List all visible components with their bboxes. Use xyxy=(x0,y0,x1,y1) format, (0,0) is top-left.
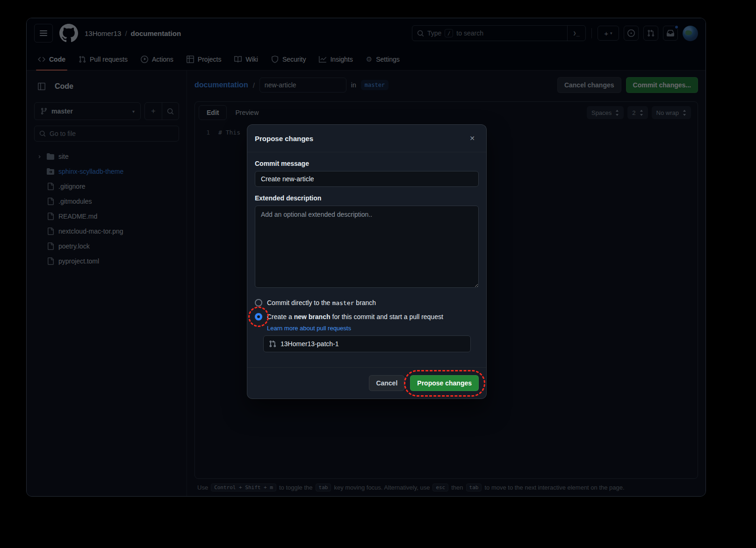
commit-message-input[interactable] xyxy=(255,171,479,187)
github-window: 13Homer13 / documentation Type / to sear… xyxy=(26,18,706,497)
new-branch-name-field[interactable] xyxy=(263,335,471,352)
propose-changes-dialog: Propose changes ✕ Commit message Extende… xyxy=(247,124,487,399)
radio-selected[interactable] xyxy=(255,313,262,320)
radio-unselected[interactable] xyxy=(255,299,262,306)
extended-description-textarea[interactable] xyxy=(255,206,479,288)
commit-directly-option[interactable]: Commit directly to themasterbranch xyxy=(255,296,479,310)
close-icon[interactable]: ✕ xyxy=(466,132,479,145)
extended-description-label: Extended description xyxy=(255,194,479,202)
learn-more-link[interactable]: Learn more about pull requests xyxy=(267,325,351,332)
dialog-title: Propose changes xyxy=(255,135,313,142)
propose-changes-button[interactable]: Propose changes xyxy=(410,375,479,391)
radio-label-text: Create a xyxy=(267,313,292,320)
radio-label-text: Commit directly to the xyxy=(267,299,330,306)
create-branch-option[interactable]: Create anew branchfor this commit and st… xyxy=(255,310,479,324)
radio-label-text: for this commit and start a pull request xyxy=(332,313,443,320)
radio-label-bold: new branch xyxy=(294,313,331,320)
branch-code: master xyxy=(332,299,354,306)
commit-message-label: Commit message xyxy=(255,160,479,167)
cancel-button[interactable]: Cancel xyxy=(369,375,404,391)
pull-request-icon xyxy=(269,340,276,348)
radio-label-text: branch xyxy=(356,299,376,306)
branch-name-input[interactable] xyxy=(281,340,465,348)
